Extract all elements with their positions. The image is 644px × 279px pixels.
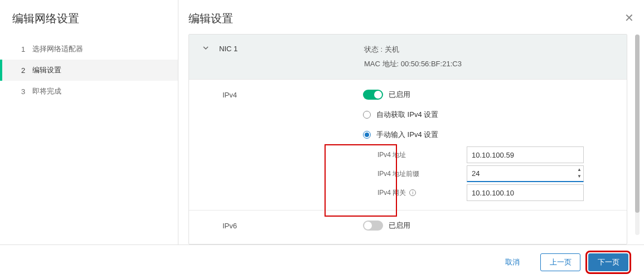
step-number: 1 [21,45,32,53]
wizard-sidebar: 编辑网络设置 1 选择网络适配器 2 编辑设置 3 即将完成 [0,0,178,279]
ipv4-gateway-input[interactable] [467,184,584,201]
ipv4-toggle[interactable] [363,90,383,100]
cancel-button[interactable]: 取消 [492,253,532,271]
main-title: 编辑设置 [188,11,627,26]
ipv4-auto-label: 自动获取 IPv4 设置 [376,110,438,120]
dialog-footer: 取消 上一页 下一页 [0,244,644,279]
network-settings-dialog: 编辑网络设置 1 选择网络适配器 2 编辑设置 3 即将完成 编辑设置 ✕ NI… [0,0,644,279]
ipv4-gateway-label: IPv4 网关 i [377,188,467,198]
ipv6-label: IPv6 [222,222,363,230]
ipv6-enabled-text: 已启用 [389,221,410,231]
ipv6-section: IPv6 已启用 [189,210,627,244]
step-label: 编辑设置 [32,65,61,75]
nic-header: NIC 1 状态 : 关机 MAC 地址: 00:50:56:BF:21:C3 [189,35,627,79]
nic-status-line: 状态 : 关机 [364,45,462,55]
ipv4-prefix-input[interactable] [467,165,584,182]
step-label: 选择网络适配器 [32,44,83,54]
step-select-adapter[interactable]: 1 选择网络适配器 [0,38,178,60]
chevron-down-icon[interactable] [202,45,209,53]
close-button[interactable]: ✕ [624,11,634,25]
ipv4-manual-label: 手动输入 IPv4 设置 [376,130,438,140]
prefix-stepper[interactable]: ▲▼ [576,167,583,180]
ipv4-label: IPv4 [222,91,363,99]
ipv4-address-label: IPv4 地址 [377,150,467,160]
next-button[interactable]: 下一页 [588,253,628,271]
nic-name: NIC 1 [219,45,238,53]
stepper-down-icon: ▼ [576,173,583,180]
ipv4-manual-radio[interactable] [363,131,371,139]
info-icon[interactable]: i [409,189,416,196]
dialog-title: 编辑网络设置 [0,11,178,38]
ipv4-prefix-label: IPv4 地址前缀 [377,169,467,179]
scrollbar[interactable] [635,35,640,235]
step-edit-settings[interactable]: 2 编辑设置 [0,60,178,81]
nic-mac-line: MAC 地址: 00:50:56:BF:21:C3 [364,59,462,69]
ipv4-auto-radio[interactable] [363,111,371,119]
ipv4-enabled-text: 已启用 [389,90,410,100]
scrollbar-thumb[interactable] [635,35,640,213]
step-ready-complete[interactable]: 3 即将完成 [0,81,178,102]
step-number: 2 [21,66,32,75]
ipv6-toggle[interactable] [363,221,383,231]
step-number: 3 [21,87,32,96]
prev-button[interactable]: 上一页 [540,253,580,271]
main-panel: 编辑设置 ✕ NIC 1 状态 : 关机 MAC 地址: 00:50:56:BF… [178,0,644,279]
step-label: 即将完成 [32,86,61,96]
ipv4-address-input[interactable] [467,146,584,163]
stepper-up-icon: ▲ [576,167,583,173]
nic-settings-box: NIC 1 状态 : 关机 MAC 地址: 00:50:56:BF:21:C3 … [188,34,627,244]
ipv4-section: IPv4 已启用 自动获取 IPv4 设置 手动输入 IPv4 设置 IP [189,79,627,210]
